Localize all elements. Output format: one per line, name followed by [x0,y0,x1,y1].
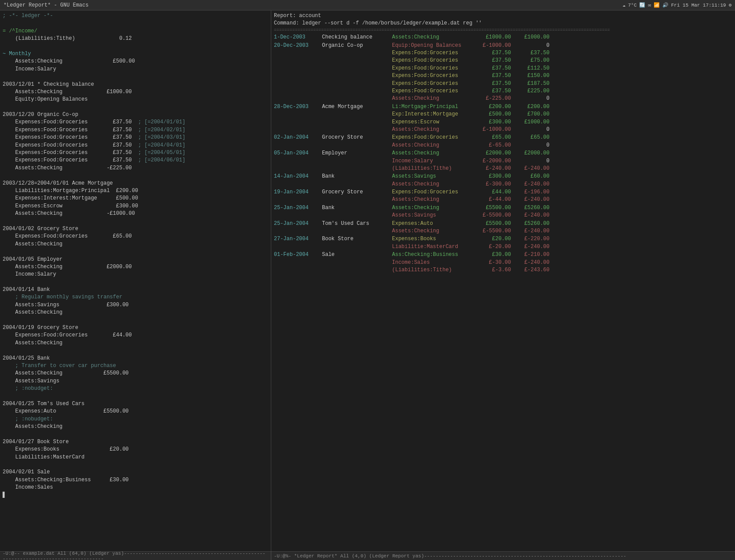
left-line [3,73,268,80]
entry-account: Assets:Savings [392,212,480,219]
left-line: Assets:Checking [3,340,268,347]
entry-amount2: 0 [514,126,550,133]
entry-amount1: £-225.00 [480,95,514,102]
temperature: 7°C [628,3,637,8]
entry-date: 05-Jan-2004 [274,150,322,157]
left-line: Income:Salary [3,66,268,73]
entry-amount1: £37.50 [480,72,514,80]
entry-amount2: 0 [514,42,550,49]
entry-date [274,142,322,149]
entry-payee [322,181,392,188]
entry-account: Equip:Opening Balances [392,42,480,49]
left-line: ; :nobudget: [3,385,268,392]
entry-payee: Grocery Store [322,189,392,196]
report-line: Liabilitie:MasterCard£-20.00£-240.00 [274,243,732,251]
entry-payee [322,72,392,80]
left-line: Expenses:Food:Groceries £65.00 [3,233,268,240]
entry-account: Assets:Checking [392,95,480,102]
entry-account: Expens:Food:Groceries [392,65,480,72]
entry-date: 02-Jan-2004 [274,134,322,141]
entry-date [274,65,322,72]
left-line: ; Transfer to cover car purchase [3,362,268,370]
report-line: 25-Jan-2004BankAssets:Checking£5500.00£5… [274,204,732,212]
entry-amount1: £37.50 [480,57,514,64]
system-tray: ☁ 7°C 🔄 ✉ 📶 🔊 Fri 15 Mar 17:11:19 ⚙ [623,2,732,8]
left-line [3,20,268,27]
editor-content: ; -*- ledger -*- = /^Income/ (Liabilitie… [3,12,268,499]
left-line: Assets:Checking £500.00 [3,58,268,65]
entry-amount2: £5260.00 [514,220,550,228]
left-line: ▋ [3,492,268,499]
report-label: Report: account [274,12,732,20]
entry-payee [322,119,392,126]
entry-amount2: £112.50 [514,65,550,72]
left-line: Assets:Savings £300.00 [3,301,268,309]
report-entries: 1-Dec-2003Checking balanceAssets:Checkin… [274,34,732,274]
entry-amount2: £-240.00 [514,165,550,172]
left-line: Expenses:Food:Groceries £37.50 ; [=2004/… [3,157,268,164]
left-line: 2004/01/05 Employer [3,256,268,263]
entry-amount2: £2000.00 [514,150,550,157]
entry-date: 28-Dec-2003 [274,103,322,111]
report-line: Assets:Savings£-5500.00£-240.00 [274,212,732,219]
status-left: -U:@-- example.dat All (64,0) (Ledger ya… [0,551,271,560]
entry-amount2: £-240.00 [514,181,550,188]
refresh-icon[interactable]: 🔄 [639,2,645,8]
entry-amount2: £1000.00 [514,119,550,126]
entry-payee [322,158,392,165]
entry-account: Expens:Food:Groceries [392,189,480,196]
entry-amount2: £-240.00 [514,243,550,251]
entry-amount2: £-243.60 [514,266,550,274]
entry-account: Assets:Checking [392,204,480,212]
entry-amount1: £-2000.00 [480,158,514,165]
report-line: Exp:Interest:Mortgage£500.00£700.00 [274,111,732,118]
left-line [3,347,268,354]
entry-payee [322,196,392,203]
report-line: (Liabilities:Tithe)£-3.60£-243.60 [274,266,732,274]
entry-date [274,158,322,165]
entry-amount1: £5500.00 [480,220,514,228]
weather-icon: ☁ [623,2,626,8]
report-line: Assets:Checking£-65.000 [274,142,732,149]
entry-account: Expenses:Books [392,235,480,243]
left-line: Expenses:Interest:Mortgage £500.00 [3,195,268,202]
entry-payee: Sale [322,251,392,259]
entry-date [274,111,322,118]
entry-account: Assets:Checking [392,228,480,235]
entry-account: Expens:Food:Groceries [392,57,480,64]
report-divider: ========================================… [274,28,732,34]
left-line: 2004/01/25 Tom's Used Cars [3,400,268,408]
entry-date: 25-Jan-2004 [274,220,322,228]
left-line [3,317,268,324]
entry-amount1: £-240.00 [480,165,514,172]
left-line: Income:Sales [3,484,268,491]
entry-amount2: 0 [514,142,550,149]
entry-amount2: £187.50 [514,80,550,88]
entry-date [274,126,322,133]
entry-amount1: £500.00 [480,111,514,118]
left-line: Assets:Savings [3,378,268,385]
left-line: Assets:Checking [3,241,268,248]
left-line: Assets:Checking:Business £30.00 [3,476,268,484]
left-line: Expenses:Escrow £300.00 [3,203,268,210]
report-command: Command: ledger --sort d -f /home/borbus… [274,20,732,27]
entry-date: 19-Jan-2004 [274,189,322,196]
entry-date [274,80,322,88]
entry-payee [322,95,392,102]
report-line: Assets:Checking£-44.00£-240.00 [274,196,732,203]
entry-payee: Organic Co-op [322,42,392,49]
entry-date [274,212,322,219]
report-line: Expens:Food:Groceries£37.50£37.50 [274,49,732,57]
entry-payee [322,49,392,57]
settings-icon[interactable]: ⚙ [728,2,732,8]
report-line: Expens:Food:Groceries£37.50£150.00 [274,72,732,80]
entry-payee: Employer [322,150,392,157]
entry-account: Assets:Checking [392,126,480,133]
entry-date: 14-Jan-2004 [274,173,322,180]
report-line: Assets:Checking£-1000.000 [274,126,732,133]
entry-payee: Book Store [322,235,392,243]
entry-date [274,243,322,251]
editor-pane[interactable]: ; -*- ledger -*- = /^Income/ (Liabilitie… [0,10,271,551]
entry-date [274,49,322,57]
entry-account: Assets:Checking [392,196,480,203]
